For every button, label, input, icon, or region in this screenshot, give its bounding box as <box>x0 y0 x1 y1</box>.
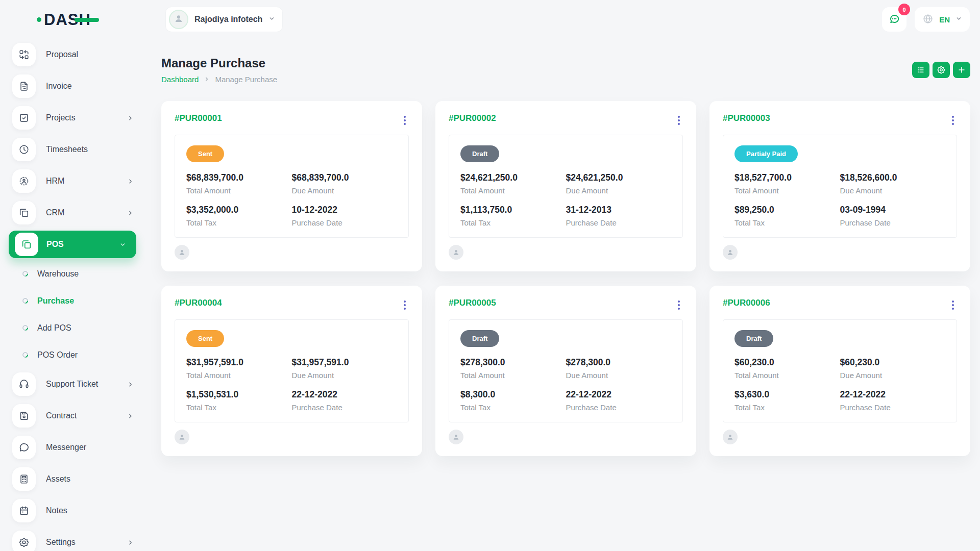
plus-icon <box>957 65 966 74</box>
vendor-avatar[interactable] <box>175 430 189 444</box>
total-tax-value: $3,630.0 <box>734 389 840 400</box>
sidebar-item-invoice[interactable]: Invoice <box>0 70 145 102</box>
purchase-card: #PUR00004Sent$31,957,591.0Total Amount$3… <box>161 286 422 456</box>
add-purchase-button[interactable] <box>953 62 970 78</box>
sidebar-item-hrm[interactable]: HRM <box>0 165 145 197</box>
card-menu-button[interactable] <box>675 113 683 128</box>
status-badge: Sent <box>186 330 224 347</box>
messages-button[interactable]: 0 <box>882 7 906 32</box>
sidebar-item-proposal[interactable]: Proposal <box>0 39 145 70</box>
due-amount-value: $18,526,600.0 <box>840 172 946 183</box>
sidebar-item-assets[interactable]: Assets <box>0 463 145 495</box>
purchase-id-link[interactable]: #PUR00004 <box>175 298 222 308</box>
sidebar-subitem-warehouse[interactable]: Warehouse <box>0 260 145 287</box>
sidebar-item-notes[interactable]: Notes <box>0 495 145 527</box>
purchase-id-link[interactable]: #PUR00006 <box>723 298 770 308</box>
list-view-button[interactable] <box>912 62 929 78</box>
due-amount-label: Due Amount <box>566 371 672 380</box>
support-ticket-icon <box>12 372 36 396</box>
sidebar-item-support-ticket[interactable]: Support Ticket <box>0 368 145 400</box>
purchase-settings-button[interactable] <box>933 62 950 78</box>
total-tax-label: Total Tax <box>734 218 840 227</box>
sidebar-item-projects[interactable]: Projects <box>0 102 145 134</box>
logo-area: DASH <box>0 0 145 39</box>
breadcrumb-dashboard-link[interactable]: Dashboard <box>161 75 199 84</box>
vendor-avatar[interactable] <box>175 245 189 260</box>
total-tax-label: Total Tax <box>186 218 292 227</box>
due-amount-metric: $60,230.0Due Amount <box>840 357 946 380</box>
card-menu-button[interactable] <box>949 113 957 128</box>
purchase-cards-grid: #PUR00001Sent$68,839,700.0Total Amount$6… <box>145 84 980 456</box>
metrics-grid: $18,527,700.0Total Amount$18,526,600.0Du… <box>734 172 945 227</box>
purchase-card: #PUR00002Draft$24,621,250.0Total Amount$… <box>435 101 696 271</box>
sidebar-subitem-pos-order[interactable]: POS Order <box>0 341 145 368</box>
sidebar-item-timesheets[interactable]: Timesheets <box>0 134 145 165</box>
total-amount-label: Total Amount <box>186 371 292 380</box>
purchase-id-link[interactable]: #PUR00005 <box>449 298 496 308</box>
total-amount-value: $18,527,700.0 <box>734 172 840 183</box>
purchase-date-label: Purchase Date <box>566 218 672 227</box>
vendor-avatar[interactable] <box>449 245 463 260</box>
purchase-date-label: Purchase Date <box>292 403 398 412</box>
purchase-id-link[interactable]: #PUR00003 <box>723 113 770 123</box>
chevron-right-icon <box>127 381 134 388</box>
sidebar-subitem-label: POS Order <box>37 350 78 360</box>
page-actions <box>912 62 970 78</box>
card-header: #PUR00003 <box>723 113 957 128</box>
due-amount-value: $60,230.0 <box>840 357 946 368</box>
due-amount-metric: $24,621,250.0Due Amount <box>566 172 672 195</box>
total-tax-value: $8,300.0 <box>460 389 566 400</box>
card-menu-button[interactable] <box>949 298 957 312</box>
sidebar-item-contract[interactable]: Contract <box>0 400 145 432</box>
due-amount-value: $68,839,700.0 <box>292 172 398 183</box>
due-amount-label: Due Amount <box>292 186 398 195</box>
sidebar-item-pos[interactable]: POS <box>9 231 136 258</box>
purchase-id-link[interactable]: #PUR00002 <box>449 113 496 123</box>
sidebar-subitem-add-pos[interactable]: Add POS <box>0 314 145 341</box>
due-amount-metric: $68,839,700.0Due Amount <box>292 172 398 195</box>
chevron-down-icon <box>119 241 126 248</box>
purchase-date-metric: 22-12-2022Purchase Date <box>840 389 946 412</box>
due-amount-value: $31,957,591.0 <box>292 357 398 368</box>
sidebar-item-label: Invoice <box>46 82 72 91</box>
chevron-down-icon <box>268 15 275 24</box>
sidebar-subitem-purchase[interactable]: Purchase <box>0 287 145 314</box>
card-menu-button[interactable] <box>401 113 409 128</box>
purchase-card: #PUR00005Draft$278,300.0Total Amount$278… <box>435 286 696 456</box>
sidebar-subitem-label: Warehouse <box>37 269 79 279</box>
sidebar-item-label: Timesheets <box>46 145 88 154</box>
language-selector[interactable]: EN <box>915 7 970 32</box>
purchase-id-link[interactable]: #PUR00001 <box>175 113 222 123</box>
card-menu-button[interactable] <box>401 298 409 312</box>
total-tax-value: $89,250.0 <box>734 205 840 215</box>
chevron-right-icon <box>204 75 210 84</box>
purchase-card: #PUR00006Draft$60,230.0Total Amount$60,2… <box>709 286 970 456</box>
total-tax-metric: $1,113,750.0Total Tax <box>460 205 566 227</box>
assets-icon <box>12 467 36 491</box>
globe-icon <box>922 13 934 26</box>
sidebar-item-label: Messenger <box>46 443 86 452</box>
sidebar-item-messenger[interactable]: Messenger <box>0 432 145 463</box>
app-logo[interactable]: DASH <box>37 12 91 28</box>
logo-dot-icon <box>37 17 41 22</box>
card-header: #PUR00006 <box>723 298 957 312</box>
purchase-summary-box: Sent$31,957,591.0Total Amount$31,957,591… <box>175 319 409 422</box>
sidebar-item-label: Support Ticket <box>46 380 98 389</box>
status-badge: Partialy Paid <box>734 145 798 162</box>
total-tax-label: Total Tax <box>734 403 840 412</box>
total-tax-metric: $3,352,000.0Total Tax <box>186 205 292 227</box>
sidebar-item-settings[interactable]: Settings <box>0 527 145 551</box>
chevron-right-icon <box>127 210 134 216</box>
chat-icon <box>888 13 900 27</box>
sidebar-item-label: Settings <box>46 538 76 547</box>
company-switcher[interactable]: Rajodiya infotech <box>165 7 283 32</box>
card-menu-button[interactable] <box>675 298 683 312</box>
vendor-avatar[interactable] <box>449 430 463 444</box>
vendor-avatar[interactable] <box>723 245 738 260</box>
purchase-date-value: 22-12-2022 <box>840 389 946 400</box>
vendor-avatar[interactable] <box>723 430 738 444</box>
purchase-summary-box: Draft$278,300.0Total Amount$278,300.0Due… <box>449 319 683 422</box>
list-icon <box>916 65 925 74</box>
card-header: #PUR00001 <box>175 113 409 128</box>
sidebar-item-crm[interactable]: CRM <box>0 197 145 229</box>
